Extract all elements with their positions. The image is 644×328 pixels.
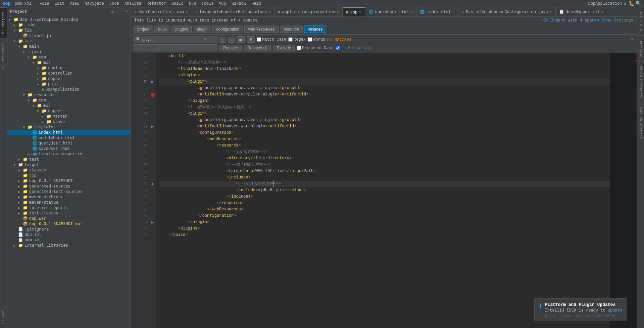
find-all-btn[interactable]: ☰	[237, 36, 245, 43]
bookmark-83[interactable]: ▶	[149, 219, 156, 226]
tab-close-6[interactable]: ×	[550, 10, 552, 14]
tree-item-app-props[interactable]: ⚙ application.properties	[7, 151, 131, 157]
tree-item-snapshotwar[interactable]: 📦 dop-0.0.1-SNAPSHOT.war	[7, 221, 131, 227]
in-selection-option[interactable]: In Selection	[336, 46, 370, 50]
tree-item-dopiml[interactable]: 📄 dop.iml	[7, 232, 131, 237]
run-config[interactable]: DopApplication	[588, 1, 622, 6]
show-settings-btn[interactable]: Show Settings	[602, 18, 633, 23]
menu-window[interactable]: Window	[229, 1, 249, 7]
tree-item-src[interactable]: ▼ 📁 src	[7, 38, 131, 44]
tab-close-7[interactable]: ×	[601, 10, 603, 14]
bookmark-62[interactable]: ▶	[149, 79, 156, 85]
xml-nav-project[interactable]: project	[134, 26, 153, 33]
xml-nav-includes[interactable]: includes	[304, 26, 326, 33]
xml-nav-build[interactable]: build	[154, 26, 170, 33]
tab-close-3[interactable]: ×	[359, 10, 361, 14]
tree-item-mapper[interactable]: ▶ 📁 mapper	[7, 76, 131, 81]
indent-ok-btn[interactable]: OK	[543, 18, 548, 23]
tab-close-2[interactable]: ×	[337, 10, 339, 14]
menu-edit[interactable]: Edit	[52, 1, 67, 7]
tree-item-dop-folder[interactable]: 📁 dop	[7, 173, 131, 178]
tree-item-com2[interactable]: ▼ 📁 com	[7, 97, 131, 103]
xml-nav-configuration[interactable]: configuration	[212, 26, 243, 33]
indent-action-btn[interactable]: Indent with 4 spaces	[551, 18, 599, 23]
words-option[interactable]: Words	[308, 37, 325, 42]
tab-masterds[interactable]: ☕ MasterDataSourceConfiguration.java ×	[458, 7, 556, 16]
right-panel-maven[interactable]: Maven Projects	[637, 62, 644, 101]
menu-navigate[interactable]: Navigate	[82, 1, 107, 7]
tree-item-snapshot[interactable]: ▶ 📁 dop-0.0.1-SNAPSHOT	[7, 178, 131, 183]
sidebar-expand-icon[interactable]: ↕	[116, 9, 119, 14]
tree-item-mapper2[interactable]: ▼ 📁 mapper	[7, 108, 131, 114]
tree-item-surefire[interactable]: ▶ 📁 surefire-reports	[7, 205, 131, 210]
menu-analyze[interactable]: Analyze	[122, 1, 144, 7]
search-close-btn[interactable]: ×	[631, 37, 634, 43]
find-next-btn[interactable]: ↓	[228, 37, 235, 43]
tab-close-5[interactable]: ×	[452, 10, 455, 14]
tree-item-maven-arch[interactable]: ▶ 📁 maven-archiver	[7, 194, 131, 200]
tree-item-modify[interactable]: 🌐 modifyUser.html	[7, 135, 131, 140]
tab-dop-active[interactable]: m dop ×	[343, 7, 365, 16]
menu-file[interactable]: File	[37, 1, 52, 7]
replace-input[interactable]	[136, 45, 213, 50]
bookmark-69[interactable]: ▶	[149, 123, 156, 130]
tree-item-dopwar[interactable]: 📦 dop.war	[7, 216, 131, 221]
left-vtab-web[interactable]: 6: Web	[0, 306, 7, 328]
notification-link[interactable]: update	[608, 308, 622, 313]
match-case-option[interactable]: Match Case	[257, 37, 286, 42]
tree-item-main[interactable]: ▼ 📁 main	[7, 44, 131, 49]
menu-vcs[interactable]: VCS	[216, 1, 229, 7]
tree-item-save[interactable]: 🌐 saveUser.html	[7, 146, 131, 151]
tab-appprops[interactable]: ⚙ application.properties ×	[275, 7, 343, 16]
tree-item-test-classes[interactable]: ▶ 📁 test-classes	[7, 210, 131, 216]
tree-item-idea[interactable]: ▶ 📁 .idea	[7, 22, 131, 28]
right-panel-database[interactable]: Database	[637, 36, 644, 62]
tree-item-target[interactable]: ▼ 📁 target	[7, 162, 131, 167]
menu-build[interactable]: Build	[169, 1, 186, 7]
tree-item-gen-test-src[interactable]: ▶ 📁 generated-test-sources	[7, 189, 131, 194]
find-input[interactable]	[142, 37, 203, 42]
tree-item-config[interactable]: ▶ 📁 config	[7, 65, 131, 71]
tab-queryuser[interactable]: 🌐 queryUser.html ×	[365, 7, 416, 16]
tab-close-1[interactable]: ×	[269, 10, 271, 14]
tree-item-gitignore[interactable]: 📄 .gitignore	[7, 227, 131, 232]
code-lines[interactable]: <build> <!--生成war文件名称--> <finalName>dop<…	[156, 53, 610, 328]
tree-item-maven-status[interactable]: ▶ 📁 maven-status	[7, 200, 131, 205]
replace-all-btn[interactable]: Replace all	[244, 45, 271, 51]
xml-nav-plugin[interactable]: plugin	[193, 26, 211, 33]
sidebar-close-icon[interactable]: ×	[125, 9, 128, 14]
tree-item-pomxml[interactable]: 📋 pom.xml	[7, 237, 131, 243]
exclude-btn[interactable]: Exclude	[273, 45, 295, 51]
menu-refactor[interactable]: Refactor	[144, 1, 169, 7]
tree-item-resources[interactable]: ▼ 📁 resources	[7, 92, 131, 97]
tree-item-test[interactable]: ▶ 📁 test	[7, 157, 131, 162]
search-everywhere-button[interactable]: 🔍	[636, 1, 641, 6]
xml-nav-resource[interactable]: resource	[280, 26, 303, 33]
preserve-case-option[interactable]: Preserve Case	[297, 46, 334, 50]
right-panel-bean[interactable]: Bean Validation	[637, 101, 644, 143]
xml-nav-plugins[interactable]: plugins	[171, 26, 192, 33]
menu-view[interactable]: View	[67, 1, 82, 7]
find-settings-btn[interactable]: ⚙	[247, 36, 255, 43]
sidebar-collapse-icon[interactable]: −	[120, 9, 123, 14]
tree-item-root[interactable]: ▼ 📁 dop D:\wordSpace_001\dop	[7, 17, 131, 22]
breakpoint-64[interactable]	[149, 91, 156, 98]
tree-item-com1[interactable]: ▼ 📁 com	[7, 54, 131, 60]
menu-help[interactable]: Help	[249, 1, 264, 7]
tree-item-master[interactable]: ▶ 📁 master	[7, 114, 131, 119]
tree-item-slave[interactable]: ▶ 📁 slave	[7, 119, 131, 124]
tree-item-templates[interactable]: ▼ 📁 templates	[7, 124, 131, 130]
tree-item-gen-src[interactable]: ▶ 📁 generated-sources	[7, 183, 131, 189]
right-panel-art-build[interactable]: Art Build	[637, 7, 644, 36]
debug-button[interactable]: 🐛	[629, 1, 634, 6]
regex-option[interactable]: Regex	[288, 37, 306, 42]
replace-btn[interactable]: Replace	[219, 45, 242, 51]
left-vtab-structure[interactable]: 2: Structure	[0, 38, 7, 73]
tab-usercontroller[interactable]: ☕ UserController.java ×	[131, 7, 192, 16]
menu-run[interactable]: Run	[186, 1, 199, 7]
tab-invocable[interactable]: ☕ InvocableHandlerMethod.class ×	[192, 7, 275, 16]
tree-item-dopapp[interactable]: ● DopApplication	[7, 87, 131, 92]
breakpoint-78[interactable]: ●	[149, 181, 156, 187]
tree-item-mxl1[interactable]: ▼ 📁 mxl	[7, 60, 131, 65]
menu-code[interactable]: Code	[107, 1, 122, 7]
